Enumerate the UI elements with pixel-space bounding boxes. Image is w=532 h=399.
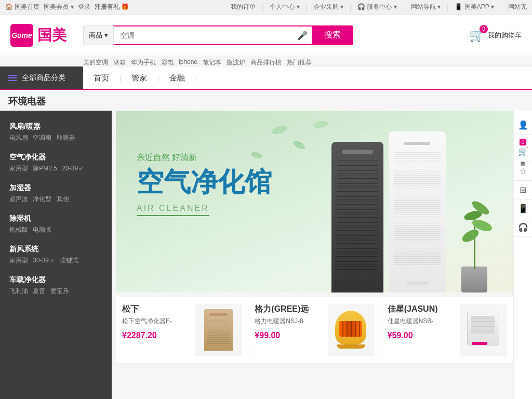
- my-orders-link[interactable]: 我的订单: [231, 3, 256, 11]
- hot-search-recommend[interactable]: 热门推荐: [287, 58, 312, 67]
- hot-search-bingxiang[interactable]: 冰箱: [113, 58, 126, 67]
- site-nav-link[interactable]: 网站导航 ▾: [411, 3, 441, 11]
- sub-link-button-type[interactable]: 按键式: [60, 257, 78, 264]
- product-img-3: [460, 304, 507, 356]
- product-price-1: ¥2287.20: [122, 331, 190, 340]
- hot-search-caidian[interactable]: 彩电: [161, 58, 174, 67]
- nav-home[interactable]: 首页: [83, 66, 119, 89]
- product-price-2: ¥99.00: [255, 331, 322, 340]
- product-card-2-info: 格力(GREE)远 格力电暖器NSJ-8 ¥99.00: [255, 304, 322, 356]
- star-icon: ☆: [520, 166, 527, 176]
- sidebar-item-humidifier[interactable]: 加湿器 超声波 净化型 其他: [0, 177, 112, 208]
- product-card-3[interactable]: 佳星(JASUN) 佳星电暖器NSB- ¥59.00: [381, 297, 513, 363]
- nav-guanjia[interactable]: 管家: [121, 66, 157, 89]
- sidebar-cat-title-fans: 风扇/暖器: [9, 122, 102, 131]
- right-sidebar-cart[interactable]: 0 🛒 购物车: [514, 135, 533, 162]
- sub-link-fresh-30-39[interactable]: 30-39㎡: [33, 257, 55, 264]
- register-link[interactable]: 注册有礼 🎁: [95, 3, 129, 11]
- sidebar-item-fans[interactable]: 风扇/暖器 电风扇 空调扇 取暖器: [0, 116, 112, 147]
- phone-icon: 📱: [518, 204, 528, 214]
- hot-search: 美的空调 冰箱 华为手机 彩电 iphone 笔记本 微波炉 商品排行榜 热门推…: [0, 56, 532, 67]
- sub-link-heater[interactable]: 取暖器: [57, 134, 75, 141]
- mic-icon[interactable]: 🎤: [297, 30, 308, 40]
- cart-icon-wrap: 🛒 0: [469, 28, 485, 43]
- menu-icon: [8, 75, 17, 81]
- search-input-wrap: 🎤: [113, 25, 312, 45]
- no-site-link[interactable]: 网站无: [508, 3, 527, 11]
- sidebar-item-fresh-air[interactable]: 新风系统 家用型 30-39㎡ 按键式: [0, 238, 112, 269]
- chevron-down-icon: ▾: [104, 31, 108, 39]
- sub-link-mechanical[interactable]: 机械版: [9, 226, 28, 233]
- hot-search-iphone[interactable]: iphone: [179, 58, 197, 67]
- sidebar-cat-subs-dehumidifier: 机械版 电脑版: [9, 225, 102, 234]
- sub-link-ultrasonic[interactable]: 超声波: [9, 195, 28, 203]
- sub-link-pm25[interactable]: 除PM2.5: [33, 165, 57, 172]
- sidebar-cat-subs-humidifier: 超声波 净化型 其他: [9, 195, 102, 204]
- top-nav-left: 🏠 国美首页 国美会员 ▾ 登录 注册有礼 🎁: [5, 3, 231, 11]
- nav-items: 首页 | 管家 | 金融 |: [83, 66, 197, 89]
- hot-search-meidi[interactable]: 美的空调: [83, 58, 108, 67]
- logo-icon: Gome: [10, 24, 33, 47]
- app-link[interactable]: 📱 国美APP ▾: [455, 3, 494, 11]
- sub-link-home-type[interactable]: 家用型: [9, 165, 28, 172]
- banner-plant: [451, 189, 498, 292]
- right-sidebar-grid[interactable]: ⊞: [514, 181, 533, 200]
- home-link[interactable]: 🏠 国美首页: [5, 3, 39, 11]
- product-card-1-info: 松下 松下空气净化器F- ¥2287.20: [122, 304, 190, 356]
- product-brand-2: 格力(GREE)远: [255, 304, 322, 315]
- product-card-1[interactable]: 松下 松下空气净化器F- ¥2287.20: [116, 297, 248, 363]
- logo[interactable]: Gome 国美: [10, 24, 73, 47]
- sub-link-sharp[interactable]: 夏普: [33, 287, 45, 295]
- main-nav: 全部商品分类 首页 | 管家 | 金融 |: [0, 67, 532, 90]
- personal-center-link[interactable]: 个人中心 ▾: [270, 3, 299, 11]
- sub-link-20-39[interactable]: 20-39㎡: [62, 165, 84, 172]
- product-card-2[interactable]: 格力(GREE)远 格力电暖器NSJ-8 ¥99.00: [248, 297, 381, 363]
- sidebar-cat-title-dehumidifier: 除湿机: [9, 214, 102, 223]
- sidebar-cat-title-humidifier: 加湿器: [9, 183, 102, 193]
- sub-link-air-cooler[interactable]: 空调扇: [33, 134, 51, 141]
- right-sidebar-phone[interactable]: 📱: [514, 200, 533, 218]
- sub-link-purify-type[interactable]: 净化型: [33, 195, 51, 203]
- hot-search-huawei[interactable]: 华为手机: [131, 58, 156, 67]
- sidebar-item-car-purifier[interactable]: 车载净化器 飞利浦 夏普 爱宝乐: [0, 269, 112, 300]
- search-category-dropdown[interactable]: 商品 ▾: [83, 25, 113, 45]
- right-cart-icon: 🛒: [518, 147, 528, 156]
- sub-link-philips[interactable]: 飞利浦: [9, 287, 28, 295]
- sub-link-aibole[interactable]: 爱宝乐: [50, 287, 69, 295]
- search-button[interactable]: 搜索: [312, 25, 353, 45]
- sub-link-fresh-home[interactable]: 家用型: [9, 257, 28, 264]
- hot-search-weibolu[interactable]: 微波炉: [227, 58, 245, 67]
- search-input[interactable]: [113, 25, 312, 45]
- right-sidebar-favorite[interactable]: ☆: [514, 162, 533, 181]
- sub-link-electronic[interactable]: 电脑版: [33, 226, 51, 233]
- cart-badge: 0: [480, 25, 488, 33]
- right-sidebar-user[interactable]: 👤: [514, 116, 533, 135]
- product-name-3: 佳星电暖器NSB-: [388, 317, 455, 326]
- banner-text: 亲近自然 好清新 空气净化馆 AIR CLEANER: [137, 152, 272, 216]
- sidebar-item-dehumidifier[interactable]: 除湿机 机械版 电脑版: [0, 208, 112, 238]
- product-grid: 松下 松下空气净化器F- ¥2287.20: [116, 297, 513, 363]
- right-sidebar-headset[interactable]: 🎧: [514, 218, 533, 237]
- all-categories-button[interactable]: 全部商品分类: [0, 66, 83, 89]
- hot-search-ranking[interactable]: 商品排行榜: [250, 58, 282, 67]
- enterprise-link[interactable]: 企业采购 ▾: [314, 3, 343, 11]
- logo-cn-text: 国美: [37, 25, 66, 45]
- member-link[interactable]: 国美会员 ▾: [44, 3, 73, 11]
- sub-link-electric-fan[interactable]: 电风扇: [9, 134, 28, 141]
- search-bar: 商品 ▾ 🎤 搜索: [83, 25, 353, 45]
- section-header: 环境电器: [0, 90, 532, 111]
- headset-icon: 🎧: [518, 222, 528, 232]
- sidebar-item-air-purifier[interactable]: 空气净化器 家用型 除PM2.5 20-39㎡: [0, 147, 112, 177]
- service-center-link[interactable]: 🎧 服务中心 ▾: [357, 3, 397, 11]
- product-card-3-info: 佳星(JASUN) 佳星电暖器NSB- ¥59.00: [388, 304, 455, 356]
- banner-products: [331, 131, 498, 292]
- login-link[interactable]: 登录: [78, 3, 90, 11]
- cart-area[interactable]: 🛒 0 我的购物车: [469, 28, 522, 43]
- nav-jinrong[interactable]: 金融: [159, 66, 195, 89]
- product-name-2: 格力电暖器NSJ-8: [255, 317, 322, 326]
- product-brand-1: 松下: [122, 304, 190, 315]
- hot-search-bijiben[interactable]: 笔记本: [203, 58, 221, 67]
- sub-link-other[interactable]: 其他: [57, 195, 69, 203]
- product-img-1: [195, 304, 242, 356]
- right-sidebar: 👤 0 🛒 购物车 ☆ ⊞ 📱 🎧: [513, 111, 532, 399]
